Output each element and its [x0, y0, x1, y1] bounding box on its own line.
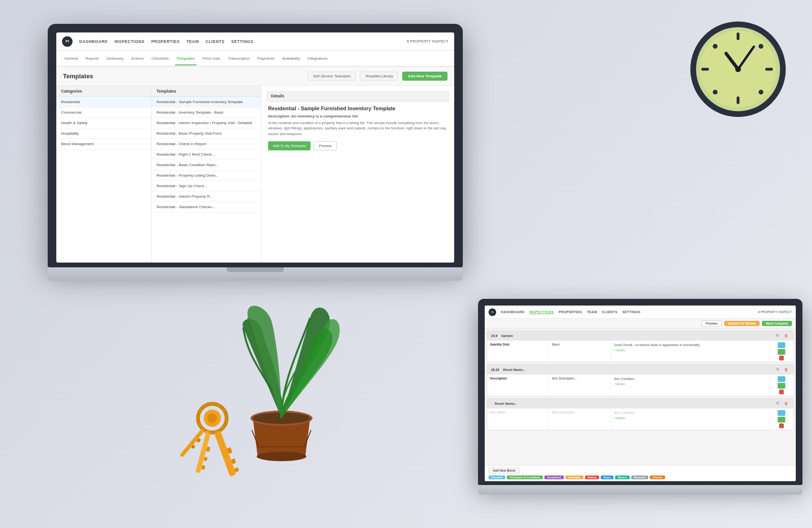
template-item-3[interactable]: Residential - Basic Property Visit Form: [152, 128, 261, 139]
section-delete-icon[interactable]: 🗑: [783, 332, 790, 339]
subnav-general[interactable]: General: [63, 53, 79, 65]
laptop2-base: [478, 485, 802, 495]
tag-schedule[interactable]: Schedule of Condition: [507, 475, 543, 479]
section-num-1: 15.9: [491, 334, 498, 338]
subnav-payments[interactable]: Payments: [256, 53, 276, 65]
template-item-7[interactable]: Residential - Property Listing Detai...: [152, 170, 261, 181]
tag-rating[interactable]: Rating: [585, 475, 600, 479]
preview-button[interactable]: Preview: [313, 141, 337, 150]
nav-clients[interactable]: CLIENTS: [206, 38, 225, 45]
section-copy-icon[interactable]: ⧉: [774, 332, 781, 339]
section-actions-1: ⧉ 🗑: [774, 332, 790, 339]
insp-row-3: Item Name... Item Description... Item Co…: [487, 408, 793, 430]
svg-rect-6: [765, 68, 773, 71]
section-header-2: 16.10 Room Name... ⧉ 🗑: [487, 365, 793, 374]
inspection-bezel: PI DASHBOARD INSPECTIONS PROPERTIES TEAM…: [478, 299, 802, 485]
s2-nav-clients[interactable]: CLIENTS: [602, 310, 618, 314]
item-name-2: Description: [487, 375, 549, 396]
section-num-2: 16.10: [491, 368, 500, 371]
inspection-top-nav: PI DASHBOARD INSPECTIONS PROPERTIES TEAM…: [485, 306, 796, 319]
section-actions-2: ⧉ 🗑: [774, 366, 790, 373]
template-library-button[interactable]: Template Library: [360, 72, 398, 81]
s2-nav-team[interactable]: TEAM: [587, 310, 597, 314]
add-new-block-button[interactable]: Add New Block: [489, 467, 520, 474]
nav-team[interactable]: TEAM: [187, 38, 199, 45]
photo-btn-3[interactable]: [778, 410, 785, 416]
template-item-9[interactable]: Residential - Interim Property R...: [152, 191, 261, 202]
template-item-0[interactable]: Residential - Sample Furnished Inventory…: [152, 97, 261, 107]
subnav-pricelists[interactable]: Price Lists: [201, 53, 222, 65]
keys-decoration: [153, 394, 272, 499]
subnav-availability[interactable]: Availability: [281, 53, 302, 65]
subnav-actions[interactable]: Actions: [130, 53, 145, 65]
s2-nav-settings[interactable]: SETTINGS: [622, 310, 640, 314]
nav-dashboard[interactable]: DASHBOARD: [79, 38, 108, 45]
category-block-management[interactable]: Block Management: [56, 139, 151, 149]
nav-settings[interactable]: SETTINGS: [231, 38, 254, 45]
photo-btn-1[interactable]: [778, 342, 785, 348]
subnav-templates[interactable]: Templates: [175, 53, 197, 65]
detail-desc-text: of the contents and condition of a prope…: [268, 120, 448, 137]
tag-alarms[interactable]: Alarms: [650, 475, 665, 479]
tag-simplified[interactable]: Simplified: [544, 475, 564, 479]
details-column: Details Residential - Sample Furnished I…: [261, 86, 454, 263]
template-item-6[interactable]: Residential - Basic Condition Repo...: [152, 160, 261, 170]
subnav-reports[interactable]: Reports: [84, 53, 100, 65]
nav-inspections[interactable]: INSPECTIONS: [115, 38, 145, 45]
category-health-safety[interactable]: Health & Safety: [56, 118, 151, 128]
s2-logo: PI: [489, 308, 496, 316]
tag-detailed[interactable]: Detailed: [489, 475, 505, 479]
template-item-5[interactable]: Residential - Right 2 Rent Check...: [152, 149, 261, 160]
thumb-green-1[interactable]: [778, 349, 785, 355]
preview-inspect-button[interactable]: Preview: [701, 320, 722, 327]
action-plus-3[interactable]: + Action: [614, 416, 625, 420]
svg-rect-3: [737, 32, 739, 40]
subnav-transcription[interactable]: Transcription: [227, 53, 251, 65]
thumb-red-2[interactable]: [779, 390, 784, 394]
section-copy-icon-3[interactable]: ⧉: [774, 400, 781, 407]
s2-nav-dashboard[interactable]: DASHBOARD: [501, 310, 524, 314]
template-item-8[interactable]: Residential - Sign Up Check...: [152, 181, 261, 191]
photo-btn-2[interactable]: [778, 376, 785, 382]
template-item-4[interactable]: Residential - Check In Report: [152, 139, 261, 149]
template-item-1[interactable]: Residential - Inventory Template - Basic: [152, 107, 261, 118]
subnav-checklists[interactable]: Checklists: [150, 53, 170, 65]
add-to-templates-button[interactable]: Add To My Teamples: [268, 141, 311, 150]
tag-question[interactable]: Question: [565, 475, 583, 479]
category-hospitality[interactable]: Hospitality: [56, 128, 151, 139]
item-note-3: Item Condition... + Action: [611, 409, 770, 430]
property-inspect-label: ▾ PROPERTY INSPECT: [407, 39, 448, 43]
subnav-integrations[interactable]: Integrations: [306, 53, 329, 65]
self-service-button[interactable]: Self Service Teamples: [308, 72, 356, 81]
tag-manuals[interactable]: Manuals: [631, 475, 648, 479]
submit-review-button[interactable]: Submit For Review: [724, 321, 760, 326]
tag-meters[interactable]: Meters: [615, 475, 630, 479]
template-item-10[interactable]: Residential - Standalone Checko...: [152, 202, 261, 212]
thumb-green-3[interactable]: [778, 417, 785, 422]
category-commercial[interactable]: Commercial: [56, 107, 151, 118]
action-plus-2[interactable]: + Action: [614, 382, 625, 386]
detail-title: Residential - Sample Furnished Inventory…: [268, 106, 448, 111]
add-new-template-button[interactable]: Add New Template: [402, 72, 448, 81]
item-name-3: Item Name...: [487, 409, 549, 430]
template-item-2[interactable]: Residential - Interim Inspection / Prope…: [152, 118, 261, 128]
thumb-red-3[interactable]: [779, 423, 784, 428]
item-desc-3: Item Description...: [549, 409, 611, 430]
s2-property-inspect: ▾ PROPERTY INSPECT: [758, 310, 792, 314]
action-plus-1[interactable]: + Action: [614, 348, 625, 352]
svg-rect-18: [214, 430, 236, 477]
mark-complete-button[interactable]: Mark Complete: [762, 321, 792, 326]
thumb-red-1[interactable]: [779, 356, 784, 360]
svg-point-7: [713, 44, 718, 49]
section-delete-icon-2[interactable]: 🗑: [783, 366, 790, 373]
thumb-green-2[interactable]: [778, 383, 785, 389]
section-actions-3: ⧉ 🗑: [774, 400, 790, 407]
nav-properties[interactable]: PROPERTIES: [151, 38, 180, 45]
subnav-dictionary[interactable]: Dictionary: [105, 53, 125, 65]
s2-nav-inspections[interactable]: INSPECTIONS: [529, 310, 554, 314]
category-residential[interactable]: Residential: [56, 97, 151, 107]
section-delete-icon-3[interactable]: 🗑: [783, 400, 790, 407]
section-copy-icon-2[interactable]: ⧉: [774, 366, 781, 373]
s2-nav-properties[interactable]: PROPERTIES: [559, 310, 582, 314]
tag-keys[interactable]: Keys: [601, 475, 613, 479]
